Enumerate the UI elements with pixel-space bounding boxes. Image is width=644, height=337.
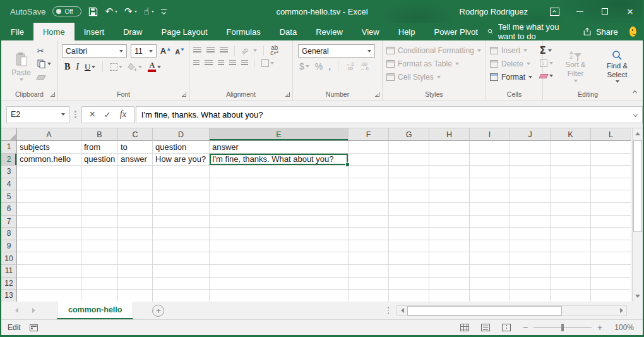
dropdown-icon[interactable]: [527, 63, 530, 65]
column-header-D[interactable]: D: [153, 128, 210, 141]
cell-A7[interactable]: [17, 216, 81, 228]
font-dialog-launcher[interactable]: [181, 92, 187, 97]
align-center-icon[interactable]: [205, 60, 213, 66]
row-header-12[interactable]: 12: [1, 278, 17, 290]
cell-A5[interactable]: [17, 190, 81, 203]
cell-F12[interactable]: [349, 278, 389, 290]
cell-E5[interactable]: [210, 190, 349, 203]
cell-G3[interactable]: [389, 166, 429, 178]
horizontal-scroll-thumb[interactable]: [407, 306, 562, 316]
merge-center-button[interactable]: [261, 59, 274, 67]
ribbon-display-options-button[interactable]: [542, 0, 567, 23]
copy-dropdown-icon[interactable]: [47, 63, 51, 65]
cell-L3[interactable]: [591, 166, 631, 178]
cell-C1[interactable]: to: [118, 141, 153, 154]
cell-I12[interactable]: [470, 278, 510, 290]
row-header-9[interactable]: 9: [1, 240, 17, 253]
page-layout-view-button[interactable]: [481, 324, 490, 331]
align-middle-icon[interactable]: [206, 47, 215, 54]
fill-button[interactable]: ↓: [540, 58, 553, 68]
fill-color-dropdown-icon[interactable]: [138, 66, 142, 68]
tab-data[interactable]: Data: [270, 23, 306, 40]
number-dialog-launcher[interactable]: [374, 92, 380, 97]
cell-D10[interactable]: [153, 252, 210, 265]
cell-B4[interactable]: [81, 178, 118, 191]
cell-I1[interactable]: [470, 141, 510, 154]
select-all-corner[interactable]: [1, 128, 17, 141]
cell-B9[interactable]: [81, 240, 118, 253]
scroll-up-button[interactable]: [633, 128, 643, 139]
cell-F3[interactable]: [349, 166, 389, 178]
row-header-2[interactable]: 2: [1, 154, 17, 166]
cell-E6[interactable]: [210, 203, 349, 216]
borders-button[interactable]: [110, 63, 122, 71]
cell-H9[interactable]: [429, 240, 470, 253]
feedback-smiley-icon[interactable]: [629, 27, 636, 37]
cell-E2[interactable]: I'm fine, thanks. What about you?: [210, 154, 349, 166]
cell-I11[interactable]: [470, 265, 510, 278]
cell-D11[interactable]: [153, 265, 210, 278]
horizontal-scrollbar[interactable]: [397, 305, 627, 316]
tab-review[interactable]: Review: [306, 23, 352, 40]
scroll-right-button[interactable]: [616, 306, 626, 316]
cell-E12[interactable]: [210, 278, 349, 290]
cell-A3[interactable]: [17, 166, 81, 178]
number-format-select[interactable]: General: [298, 44, 375, 58]
cell-L8[interactable]: [591, 228, 631, 240]
autosave-toggle[interactable]: Off: [52, 6, 81, 16]
cell-E9[interactable]: [210, 240, 349, 253]
column-header-F[interactable]: F: [349, 128, 389, 141]
tab-view[interactable]: View: [352, 23, 389, 40]
row-header-3[interactable]: 3: [1, 166, 17, 178]
cell-A11[interactable]: [17, 265, 81, 278]
find-select-dropdown-icon[interactable]: [616, 80, 619, 83]
expand-formula-bar-icon[interactable]: [633, 112, 638, 116]
cell-E10[interactable]: [210, 252, 349, 265]
cell-L13[interactable]: [591, 290, 631, 302]
prev-sheet-button[interactable]: [15, 308, 18, 313]
cell-C9[interactable]: [118, 240, 153, 253]
insert-cells-button[interactable]: Insert: [490, 45, 539, 56]
bold-button[interactable]: B: [64, 62, 70, 72]
name-box-resize-handle[interactable]: [75, 111, 76, 118]
cell-C10[interactable]: [118, 252, 153, 265]
cell-styles-button[interactable]: Cell Styles: [386, 71, 482, 82]
clipboard-dialog-launcher[interactable]: [50, 92, 56, 97]
insert-function-button[interactable]: fx: [120, 109, 126, 119]
row-header-8[interactable]: 8: [1, 228, 17, 240]
worksheet-grid[interactable]: ABCDEFGHIJKL1subjectsfromtoquestionanswe…: [1, 128, 632, 302]
cell-D4[interactable]: [153, 178, 210, 191]
macro-record-icon[interactable]: [30, 324, 38, 331]
cell-H2[interactable]: [429, 154, 470, 166]
cell-C8[interactable]: [118, 228, 153, 240]
cell-F4[interactable]: [349, 178, 389, 191]
cell-F6[interactable]: [349, 203, 389, 216]
cell-I4[interactable]: [470, 178, 510, 191]
cell-K8[interactable]: [551, 228, 591, 240]
cell-K5[interactable]: [551, 190, 591, 203]
column-header-K[interactable]: K: [551, 128, 591, 141]
tell-me-box[interactable]: Tell me what you want to do: [487, 22, 569, 41]
cell-L5[interactable]: [591, 190, 631, 203]
format-painter-button[interactable]: [37, 72, 51, 82]
fill-color-button[interactable]: [128, 63, 142, 71]
zoom-level[interactable]: 100%: [614, 323, 634, 332]
cell-H6[interactable]: [429, 203, 470, 216]
row-header-5[interactable]: 5: [1, 190, 17, 203]
cell-K9[interactable]: [551, 240, 591, 253]
cell-L10[interactable]: [591, 252, 631, 265]
cell-I8[interactable]: [470, 228, 510, 240]
dropdown-icon[interactable]: [455, 63, 459, 65]
cell-L4[interactable]: [591, 178, 631, 191]
cell-J12[interactable]: [510, 278, 551, 290]
cell-I7[interactable]: [470, 216, 510, 228]
cell-F2[interactable]: [349, 154, 389, 166]
cell-H13[interactable]: [429, 290, 470, 302]
row-header-4[interactable]: 4: [1, 178, 17, 191]
alignment-dialog-launcher[interactable]: [285, 92, 290, 97]
cell-A6[interactable]: [17, 203, 81, 216]
tab-insert[interactable]: Insert: [75, 23, 114, 40]
dropdown-icon[interactable]: [437, 76, 441, 78]
cell-C4[interactable]: [118, 178, 153, 191]
cell-G1[interactable]: [389, 141, 429, 154]
